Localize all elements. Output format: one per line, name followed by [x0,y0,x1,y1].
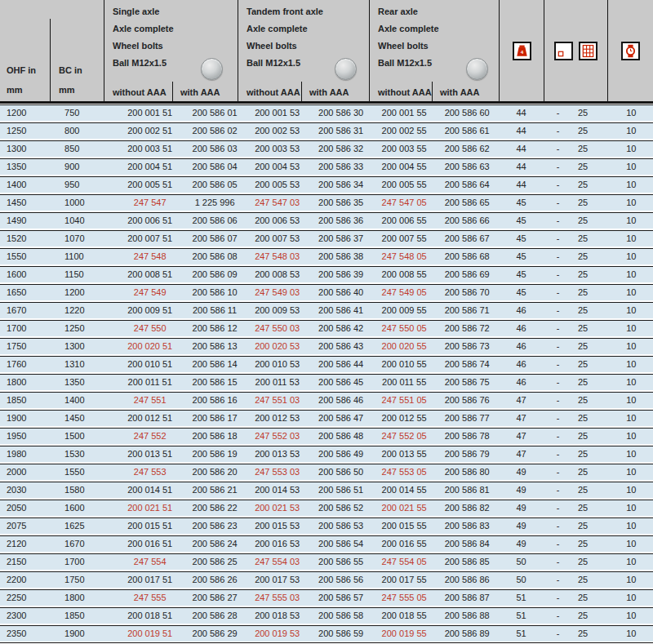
cell-tandem-without-aaa: 247 555 03 [247,590,309,606]
cell-tandem-with-aaa: 200 586 48 [308,429,373,444]
cell-bc: 1450 [56,411,117,426]
table-row: 21201670200 016 51200 586 24200 016 5320… [0,535,653,552]
table-row: 21501700247 554200 586 25247 554 03200 5… [0,553,653,570]
cell-tandem-without-aaa: 200 015 53 [247,518,309,534]
cell-single-with-aaa: 200 586 13 [183,339,247,354]
cell-rear-with-aaa: 200 586 68 [434,249,499,264]
cell-single-without-aaa: 247 553 [117,464,183,480]
cell-tandem-with-aaa: 200 586 34 [308,177,373,193]
cell-tandem-with-aaa: 200 586 33 [308,159,373,175]
cell-dash: - [543,285,573,300]
cell-rear-with-aaa: 200 586 74 [434,357,499,372]
cell-single-with-aaa: 200 586 08 [183,249,247,264]
subheader-with-aaa: with AAA [173,82,220,101]
cell-single-with-aaa: 200 586 15 [183,375,247,390]
subheader-without-aaa: without AAA [104,82,173,101]
cell-bc: 1600 [56,500,117,516]
cell-time: 10 [610,159,653,175]
cell-rear-without-aaa: 200 002 55 [374,123,435,139]
cell-bc: 1100 [56,249,117,264]
cell-single-with-aaa: 200 586 09 [183,267,247,282]
group-line: Axle complete [247,20,369,38]
cell-pack-qty: 25 [573,393,610,408]
cell-single-with-aaa: 200 586 20 [183,464,247,480]
cell-ohf: 2300 [0,608,56,624]
cell-tandem-without-aaa: 247 554 03 [247,554,309,570]
table-header: OHF in mm BC in mm Single axle Axle comp… [0,0,653,104]
table-row: 20751625200 015 51200 586 23200 015 5320… [0,517,653,534]
cell-rear-without-aaa: 200 020 55 [374,339,435,354]
cell-weight: 46 [500,339,543,354]
table-row: 1300850200 003 51200 586 03200 003 53200… [0,140,653,157]
cell-rear-without-aaa: 200 008 55 [374,267,435,282]
cell-time: 10 [610,464,653,480]
cell-tandem-with-aaa: 200 586 39 [308,267,373,282]
cell-rear-without-aaa: 200 016 55 [374,536,435,552]
cell-bc: 1300 [56,339,117,354]
cell-dash: - [543,321,573,336]
cell-ohf: 1760 [0,357,56,372]
cell-rear-without-aaa: 200 009 55 [374,303,435,318]
cell-rear-with-aaa: 200 586 70 [434,285,499,300]
cell-pack-qty: 25 [573,411,610,426]
cell-weight: 46 [500,375,543,390]
cell-single-with-aaa: 200 586 10 [183,285,247,300]
cell-rear-with-aaa: 200 586 72 [434,321,499,336]
cell-tandem-with-aaa: 200 586 37 [308,231,373,246]
cell-ohf: 2250 [0,590,56,606]
cell-single-with-aaa: 200 586 26 [183,572,247,588]
header-group-tandem-front-axle: Tandem front axle Axle complete Wheel bo… [238,0,370,101]
cell-ohf: 2000 [0,464,56,480]
cell-single-with-aaa: 200 586 02 [183,123,247,139]
cell-pack-qty: 25 [573,554,610,570]
cell-ohf: 1300 [0,141,56,157]
table-row: 15201070200 007 51200 586 07200 007 5320… [0,230,653,246]
cell-time: 10 [610,177,653,193]
cell-tandem-with-aaa: 200 586 52 [308,500,373,516]
cell-tandem-with-aaa: 200 586 54 [308,536,373,552]
cell-rear-with-aaa: 200 586 86 [434,572,499,588]
cell-single-with-aaa: 200 586 25 [183,554,247,570]
cell-weight: 51 [500,590,543,606]
cell-rear-without-aaa: 247 549 05 [374,285,435,300]
cell-single-without-aaa: 247 549 [117,285,183,300]
cell-rear-without-aaa: 247 548 05 [374,249,435,264]
cell-single-without-aaa: 247 555 [117,590,183,606]
cell-single-with-aaa: 200 586 06 [183,213,247,229]
cell-rear-with-aaa: 200 586 60 [434,105,499,121]
table-row: 23001850200 018 51200 586 28200 018 5320… [0,607,653,624]
cell-pack-qty: 25 [573,141,610,157]
group-line: Wheel bolts [247,38,369,55]
cell-ohf: 2050 [0,500,56,516]
cell-time: 10 [610,285,653,300]
cell-tandem-with-aaa: 200 586 43 [308,339,373,354]
cell-bc: 800 [56,123,117,139]
cell-dash: - [543,446,573,462]
cell-dash: - [543,303,573,318]
table-row: 16001150200 008 51200 586 09200 008 5320… [0,266,653,282]
cell-tandem-without-aaa: 200 003 53 [247,141,309,157]
cell-rear-without-aaa: 247 551 05 [374,393,435,408]
cell-tandem-without-aaa: 200 014 53 [247,482,309,498]
cell-tandem-without-aaa: 200 018 53 [247,608,309,624]
cell-single-without-aaa: 200 017 51 [117,572,183,588]
cell-rear-with-aaa: 200 586 62 [434,141,499,157]
cell-weight: 44 [500,159,543,175]
cell-tandem-with-aaa: 200 586 51 [308,482,373,498]
cell-time: 10 [610,626,653,642]
cell-rear-with-aaa: 200 586 89 [434,626,499,642]
cell-single-without-aaa: 200 016 51 [117,536,183,552]
cell-dash: - [543,464,573,480]
cell-tandem-without-aaa: 200 012 53 [247,411,309,426]
cell-rear-with-aaa: 200 586 78 [434,429,499,444]
group-title: Rear axle [378,3,499,20]
cell-rear-without-aaa: 200 003 55 [374,141,435,157]
cell-ohf: 1490 [0,213,56,229]
cell-single-with-aaa: 200 586 22 [183,500,247,516]
cell-weight: 44 [500,177,543,193]
cell-single-with-aaa: 200 586 16 [183,393,247,408]
cell-pack-qty: 25 [573,177,610,193]
cell-single-with-aaa: 200 586 29 [183,626,247,642]
cell-pack-qty: 25 [573,159,610,175]
cell-tandem-with-aaa: 200 586 58 [308,608,373,624]
